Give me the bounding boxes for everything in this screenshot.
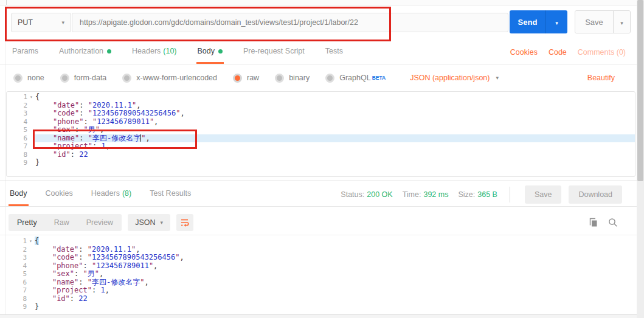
meta-label: Time:: [403, 190, 421, 199]
content-type-label: JSON (application/json): [410, 74, 490, 82]
content-type-dropdown[interactable]: JSON (application/json) ▾: [410, 74, 499, 82]
scrollbar[interactable]: [637, 0, 644, 318]
line-number: 9: [7, 159, 27, 167]
line-number: 5: [7, 126, 27, 134]
fold-spacer: [27, 254, 35, 262]
radio-graphql[interactable]: GraphQLBETA: [325, 74, 386, 83]
chevron-down-icon: ▾: [620, 20, 623, 26]
chevron-down-icon: ▾: [61, 20, 64, 26]
radio-form-data[interactable]: form-data: [60, 74, 107, 83]
radio-binary[interactable]: binary: [275, 74, 310, 83]
view-mode-pretty[interactable]: Pretty: [9, 214, 46, 231]
tab-body[interactable]: Body: [196, 40, 224, 64]
line-number: 7: [6, 286, 27, 295]
meta-label: Size:: [458, 190, 475, 199]
download-button[interactable]: Download: [569, 185, 622, 204]
code-line[interactable]: 5 "sex": "男",: [7, 126, 635, 134]
view-mode-group: PrettyRawPreview: [9, 214, 122, 231]
fold-spacer: [27, 246, 35, 254]
save-dropdown-button[interactable]: ▾: [613, 11, 630, 33]
chevron-down-icon: ▾: [160, 220, 163, 226]
line-number: 3: [6, 254, 27, 262]
search-button[interactable]: [608, 217, 618, 228]
response-view-toolbar: PrettyRawPreview JSON ▾: [0, 210, 637, 235]
wrap-text-icon: [179, 217, 190, 228]
fold-icon[interactable]: ▾: [27, 93, 35, 102]
save-response-button[interactable]: Save: [525, 185, 562, 204]
code-line[interactable]: 2 "date": "2020.11.1",: [6, 246, 635, 254]
radio-none[interactable]: none: [13, 74, 44, 83]
url-input[interactable]: [72, 13, 508, 32]
send-dropdown-button[interactable]: ▾: [545, 10, 567, 33]
meta-value: 200 OK: [367, 190, 392, 199]
scrollbar-thumb[interactable]: [637, 0, 643, 181]
cookies-link[interactable]: Cookies: [510, 48, 538, 57]
line-number: 1: [7, 93, 27, 102]
meta-status: Status:200 OK: [341, 190, 392, 199]
code-link[interactable]: Code: [549, 48, 567, 57]
code-line[interactable]: 4 "phone": "123456789011",: [7, 118, 635, 126]
line-number: 7: [7, 142, 27, 151]
code-line[interactable]: 6 "name": "李四-修改名字",: [6, 278, 635, 287]
tab-headers[interactable]: Headers(8): [90, 182, 133, 206]
tab-cookies[interactable]: Cookies: [44, 182, 74, 206]
green-dot-icon: [218, 49, 223, 54]
response-body-editor[interactable]: 1▾{2 "date": "2020.11.1",3 "code": "1234…: [6, 237, 635, 313]
line-number: 8: [6, 295, 27, 303]
fold-spacer: [27, 286, 35, 295]
line-number: 5: [6, 270, 27, 278]
tab-body[interactable]: Body: [9, 182, 29, 206]
code-line[interactable]: 4 "phone": "123456789011",: [6, 262, 635, 271]
fold-spacer: [27, 262, 35, 271]
radio-raw[interactable]: raw: [233, 74, 259, 83]
code-line[interactable]: 8 "id": 22: [7, 151, 635, 159]
code-line[interactable]: 7 "project": 1,: [6, 286, 635, 295]
view-mode-raw[interactable]: Raw: [46, 214, 78, 231]
beautify-button[interactable]: Beautify: [587, 74, 615, 82]
copy-icon: [588, 217, 599, 228]
fold-spacer: [27, 151, 35, 159]
tab-pre-request-script[interactable]: Pre-request Script: [242, 40, 306, 64]
code-line[interactable]: 7 "project": 1,: [7, 142, 635, 151]
code-line[interactable]: 5 "sex": "男",: [6, 270, 635, 278]
comments-0-link[interactable]: Comments (0): [578, 48, 626, 57]
bottom-strip: [0, 314, 637, 318]
fold-spacer: [27, 303, 35, 311]
tab-test-results[interactable]: Test Results: [148, 182, 192, 206]
code-line[interactable]: 1▾{: [7, 93, 635, 102]
body-type-options: noneform-datax-www-form-urlencodedrawbin…: [0, 65, 637, 91]
code-line[interactable]: 9}: [7, 159, 635, 167]
tab-bar-bottom-strip: [0, 0, 637, 5]
send-button[interactable]: Send: [510, 10, 545, 33]
search-icon: [608, 217, 618, 228]
code-line[interactable]: 8 "id": 22: [6, 295, 635, 303]
radio-x-www-form-urlencoded[interactable]: x-www-form-urlencoded: [122, 74, 217, 83]
method-dropdown[interactable]: PUT ▾: [11, 13, 71, 32]
code-line[interactable]: 2 "date": "2020.11.1",: [7, 102, 635, 110]
fold-spacer: [27, 126, 35, 134]
view-mode-preview[interactable]: Preview: [78, 214, 122, 231]
line-number: 6: [6, 278, 27, 287]
request-body-editor[interactable]: 1▾{2 "date": "2020.11.1",3 "code": "1234…: [6, 91, 635, 177]
code-line[interactable]: 3 "code": "1234567890543256456",: [6, 254, 635, 262]
copy-button[interactable]: [588, 217, 599, 228]
code-line[interactable]: 1▾{: [6, 237, 635, 246]
meta-divider: [510, 187, 510, 202]
code-line[interactable]: 9}: [6, 303, 635, 311]
tab-headers[interactable]: Headers(10): [131, 40, 178, 64]
tab-params[interactable]: Params: [11, 40, 40, 64]
postman-window: PUT ▾ Send ▾ Save ▾ ParamsAuthorizationH…: [0, 0, 644, 318]
save-request-button[interactable]: Save: [575, 11, 613, 33]
tab-authorization[interactable]: Authorization: [58, 40, 113, 64]
response-format-dropdown[interactable]: JSON ▾: [128, 214, 170, 231]
meta-label: Status:: [341, 190, 364, 199]
code-line[interactable]: 3 "code": "1234567890543256456",: [7, 109, 635, 118]
tab-tests[interactable]: Tests: [324, 40, 344, 64]
radio-icon: [325, 74, 334, 83]
wrap-lines-button[interactable]: [176, 214, 193, 231]
code-line[interactable]: 6 "name": "李四-修改名字",: [7, 134, 635, 143]
line-number: 6: [7, 134, 27, 143]
fold-icon[interactable]: ▾: [27, 237, 35, 246]
fold-spacer: [27, 118, 35, 126]
meta-value: 365 B: [477, 190, 497, 199]
